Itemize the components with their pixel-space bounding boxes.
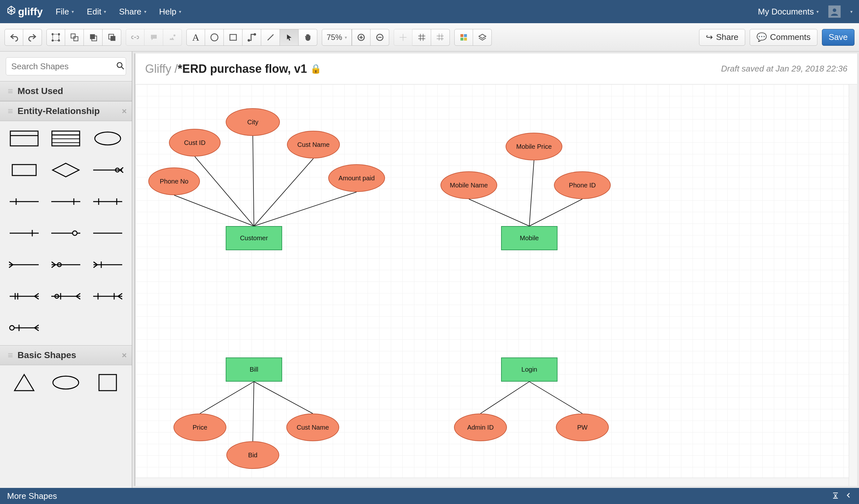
- shape-line-tick-both[interactable]: [90, 191, 125, 212]
- attribute-node[interactable]: Price: [174, 413, 226, 441]
- comments-button[interactable]: 💬Comments: [750, 29, 817, 46]
- theme-button[interactable]: [454, 29, 473, 46]
- my-documents-link[interactable]: My Documents▾: [758, 7, 819, 17]
- shape-ellipse[interactable]: [90, 127, 125, 149]
- shape-many-circle[interactable]: [48, 285, 84, 307]
- attribute-node[interactable]: Cust Name: [287, 131, 340, 158]
- menu-help[interactable]: Help▾: [159, 7, 181, 17]
- search-input[interactable]: [11, 62, 116, 72]
- shape-square[interactable]: [90, 372, 125, 394]
- entity-bill[interactable]: Bill: [226, 358, 282, 382]
- attribute-node[interactable]: Mobile Price: [506, 133, 562, 160]
- group-button[interactable]: [46, 29, 65, 46]
- ungroup-button[interactable]: [65, 29, 84, 46]
- er-shapes-grid: [0, 121, 132, 345]
- zoom-in-button[interactable]: [352, 29, 371, 46]
- user-avatar[interactable]: [828, 5, 841, 18]
- menu-share[interactable]: Share▾: [119, 7, 146, 17]
- expand-icon[interactable]: [832, 491, 839, 501]
- toolbar: A 75%▾ ↪Share 💬Comments Save: [0, 23, 859, 51]
- line-tool[interactable]: [261, 29, 280, 46]
- ellipse-tool[interactable]: [205, 29, 224, 46]
- zoom-level[interactable]: 75%▾: [322, 29, 352, 46]
- save-button[interactable]: Save: [822, 29, 855, 46]
- close-icon[interactable]: ×: [122, 350, 127, 360]
- connector-tool[interactable]: [242, 29, 261, 46]
- lock-icon: 🔒: [310, 63, 321, 74]
- svg-rect-7: [74, 36, 78, 41]
- attribute-node[interactable]: Phone ID: [554, 171, 611, 199]
- comment-button[interactable]: [145, 29, 163, 46]
- menu-edit[interactable]: Edit▾: [87, 7, 106, 17]
- attribute-node[interactable]: City: [226, 108, 280, 136]
- svg-point-3: [58, 33, 60, 35]
- scrollbar-vertical[interactable]: [849, 84, 857, 486]
- shape-line-tick-left[interactable]: [6, 191, 42, 212]
- svg-rect-46: [12, 164, 36, 175]
- shape-crow-one[interactable]: [90, 159, 125, 181]
- shape-zero-many[interactable]: [6, 317, 42, 339]
- undo-button[interactable]: [4, 29, 23, 46]
- scrollbar-horizontal[interactable]: [135, 477, 849, 486]
- comments-icon: 💬: [756, 32, 767, 42]
- shape-crow-tick[interactable]: [90, 254, 125, 276]
- svg-point-76: [10, 326, 14, 330]
- category-er[interactable]: ≡ Entity-Relationship ×: [0, 101, 132, 121]
- attribute-node[interactable]: Amount paid: [328, 164, 385, 192]
- redo-button[interactable]: [23, 29, 42, 46]
- shape-many-tick[interactable]: [6, 285, 42, 307]
- shape-crow-circle[interactable]: [48, 254, 84, 276]
- close-icon[interactable]: ×: [122, 106, 127, 116]
- shape-triangle[interactable]: [6, 372, 42, 394]
- diagram-canvas[interactable]: CustomerMobileBillLoginCust IDCityCust N…: [134, 84, 857, 486]
- shape-line-plain[interactable]: [90, 222, 125, 244]
- collapse-sidebar-icon[interactable]: [845, 491, 852, 501]
- attribute-node[interactable]: Cust Name: [286, 413, 339, 441]
- pan-tool[interactable]: [299, 29, 317, 46]
- pointer-tool[interactable]: [280, 29, 299, 46]
- shape-diamond[interactable]: [48, 159, 84, 181]
- breadcrumb[interactable]: Gliffy /: [145, 62, 178, 76]
- shape-line-tick-right[interactable]: [48, 191, 84, 212]
- link-button[interactable]: [126, 29, 145, 46]
- entity-login[interactable]: Login: [501, 358, 558, 382]
- entity-customer[interactable]: Customer: [226, 226, 282, 250]
- search-shapes[interactable]: [6, 57, 126, 75]
- attribute-node[interactable]: PW: [556, 413, 609, 441]
- shapes-sidebar: ≡ Most Used ≡ Entity-Relationship ×: [0, 51, 132, 488]
- send-back-button[interactable]: [103, 29, 121, 46]
- text-tool[interactable]: A: [186, 29, 205, 46]
- attribute-node[interactable]: Mobile Name: [440, 171, 497, 199]
- shape-rect[interactable]: [6, 159, 42, 181]
- grid-button[interactable]: [412, 29, 431, 46]
- more-shapes-link[interactable]: More Shapes: [7, 491, 57, 501]
- chevron-down-icon[interactable]: ▾: [850, 9, 853, 14]
- chevron-down-icon: ▾: [179, 9, 181, 14]
- svg-point-13: [211, 34, 218, 41]
- attribute-node[interactable]: Admin ID: [454, 413, 507, 441]
- layers-button[interactable]: [473, 29, 492, 46]
- attribute-node[interactable]: Phone No: [148, 168, 200, 195]
- shape-entity[interactable]: [6, 127, 42, 149]
- bring-front-button[interactable]: [84, 29, 103, 46]
- shape-line-cross[interactable]: [6, 222, 42, 244]
- shape-entity-rows[interactable]: [48, 127, 84, 149]
- share-button[interactable]: ↪Share: [699, 29, 745, 46]
- menu-file[interactable]: File▾: [56, 7, 74, 17]
- document-title[interactable]: *ERD purchase flow, v1: [178, 62, 307, 76]
- popup-button[interactable]: [163, 29, 182, 46]
- zoom-out-button[interactable]: [371, 29, 389, 46]
- rect-tool[interactable]: [224, 29, 242, 46]
- shape-many-cross[interactable]: [90, 285, 125, 307]
- attribute-node[interactable]: Cust ID: [169, 129, 221, 157]
- snap-button[interactable]: [394, 29, 412, 46]
- category-basic[interactable]: ≡ Basic Shapes ×: [0, 345, 132, 365]
- shape-oval[interactable]: [48, 372, 84, 394]
- svg-rect-34: [464, 34, 467, 37]
- category-most-used[interactable]: ≡ Most Used: [0, 81, 132, 101]
- attribute-node[interactable]: Bid: [226, 441, 279, 469]
- entity-mobile[interactable]: Mobile: [501, 226, 558, 250]
- guides-button[interactable]: [431, 29, 450, 46]
- shape-line-circle[interactable]: [48, 222, 84, 244]
- shape-crow-left[interactable]: [6, 254, 42, 276]
